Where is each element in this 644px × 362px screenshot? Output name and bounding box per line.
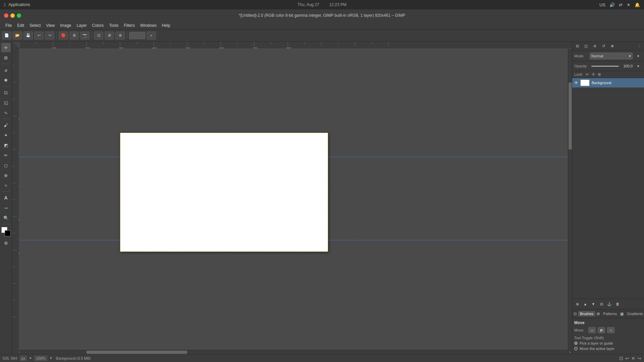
bucket-fill-button[interactable]: ◩	[1, 140, 11, 150]
toolbar-redo[interactable]: ↪	[45, 32, 54, 40]
radio-pick-layer-dot[interactable]	[574, 342, 578, 345]
toolbar-btn5[interactable]: ⊡	[94, 32, 103, 40]
radio-pick-layer[interactable]: Pick a layer or guide	[574, 341, 642, 345]
toolbar-btn6[interactable]: ⊞	[105, 32, 114, 40]
toolbar-red-eye[interactable]: 🔴	[59, 32, 68, 40]
warp-button[interactable]: ∿	[1, 108, 11, 117]
toolbar-btn7[interactable]: ⊗	[115, 32, 125, 40]
opacity-expand-icon[interactable]: ▾	[635, 62, 642, 70]
lock-all-icon[interactable]: ⊗	[598, 72, 601, 77]
mode-dropdown[interactable]: Normal ▾	[590, 53, 633, 59]
cancel-status-icon[interactable]: ✕	[631, 356, 635, 361]
scrollbar-h-thumb[interactable]	[87, 351, 187, 354]
minimize-button[interactable]	[10, 13, 15, 18]
zoom-level[interactable]: 100%	[34, 356, 47, 361]
menu-windows[interactable]: Windows	[138, 22, 159, 28]
color-picker-button[interactable]: ⚙	[1, 238, 11, 248]
zoom-button[interactable]: 🔍	[1, 213, 11, 223]
toolbar-new[interactable]: 📄	[2, 32, 11, 40]
menu-colors[interactable]: Colors	[90, 22, 107, 28]
anchor-layer-button[interactable]: ⚓	[606, 300, 613, 308]
brushes-tab[interactable]: Brushes	[578, 311, 595, 316]
lower-layer-button[interactable]: ▼	[590, 300, 597, 308]
measure-button[interactable]: ⊸	[1, 203, 11, 213]
scrollbar-vertical[interactable]	[568, 49, 572, 350]
fit-image-icon[interactable]: ⊡	[619, 356, 623, 361]
alignment-tool-button[interactable]: ⊞	[1, 53, 11, 62]
pencil-button[interactable]: ✏	[1, 150, 11, 160]
app-name[interactable]: Applications	[8, 2, 30, 7]
paths-tab-icon[interactable]: ⊘	[591, 43, 598, 50]
volume-icon[interactable]: 🔊	[609, 2, 615, 7]
lock-position-icon[interactable]: ✛	[592, 72, 595, 77]
toolbar-open[interactable]: 📂	[13, 32, 22, 40]
radio-move-active-dot[interactable]	[574, 347, 578, 350]
new-layer-button[interactable]: ⊕	[574, 300, 581, 308]
crop-tool-button[interactable]: ⊡	[1, 88, 11, 97]
menu-filters[interactable]: Filters	[121, 22, 138, 28]
text-button[interactable]: A	[1, 193, 11, 202]
menu-image[interactable]: Image	[57, 22, 74, 28]
menu-view[interactable]: View	[43, 22, 57, 28]
notification-icon[interactable]: 🔔	[635, 2, 640, 7]
toolbar-search[interactable]	[129, 32, 145, 39]
menu-select[interactable]: Select	[27, 22, 43, 28]
layer-visibility-icon[interactable]: 👁	[574, 80, 578, 85]
gradients-tab[interactable]: Gradients	[625, 311, 644, 316]
heal-button[interactable]: ✦	[1, 130, 11, 140]
brushes-tab-icon[interactable]: ⊡	[574, 310, 577, 317]
menu-tools[interactable]: Tools	[106, 22, 121, 28]
menu-edit[interactable]: Edit	[14, 22, 27, 28]
close-button[interactable]	[4, 13, 8, 18]
toolbar-camera[interactable]: 📷	[80, 32, 90, 40]
delete-layer-button[interactable]: 🗑	[614, 300, 621, 308]
network-icon[interactable]: ⇄	[619, 2, 623, 7]
gradients-tab-icon[interactable]: ▦	[620, 310, 624, 317]
opacity-slider[interactable]	[591, 66, 619, 67]
patterns-tab[interactable]: Patterns	[601, 311, 619, 316]
radio-move-active[interactable]: Move the active layer	[574, 347, 642, 351]
mode-label: Mode	[574, 54, 588, 58]
undo-history-icon[interactable]: ↺	[600, 43, 607, 50]
eraser-button[interactable]: ◻	[1, 161, 11, 170]
smudge-button[interactable]: ≈	[1, 181, 11, 190]
transform-button[interactable]: ◱	[1, 98, 11, 107]
raise-layer-button[interactable]: ▲	[582, 300, 589, 308]
canvas-document[interactable]	[120, 133, 328, 252]
toolbar-close-search[interactable]: ×	[147, 32, 156, 40]
toolbar-align[interactable]: ⊞	[69, 32, 79, 40]
color-swatches[interactable]	[1, 227, 11, 236]
unit-selector[interactable]: px	[20, 356, 27, 361]
maximize-button[interactable]	[17, 13, 21, 18]
patterns-tab-icon[interactable]: ⊞	[597, 310, 600, 317]
duplicate-layer-button[interactable]: ⊟	[598, 300, 605, 308]
lock-pixels-icon[interactable]: ✏	[586, 72, 589, 77]
brightness-icon[interactable]: ☀	[627, 2, 631, 7]
clone-button[interactable]: ⊕	[1, 171, 11, 180]
canvas-area[interactable]: 100 200 300 400 500 600 700 800	[12, 42, 572, 354]
move-tool-button[interactable]: ✛	[1, 43, 11, 52]
paintbrush-button[interactable]: 🖌	[1, 120, 11, 130]
mode-expand-icon[interactable]: ▾	[635, 52, 642, 60]
fuzzy-select-button[interactable]: ✱	[1, 75, 11, 85]
move-layer-btn[interactable]: ▭	[588, 327, 596, 333]
toolbar-undo[interactable]: ↩	[34, 32, 44, 40]
free-select-button[interactable]: ⌀	[1, 65, 11, 75]
menu-help[interactable]: Help	[159, 22, 173, 28]
script-fu-icon[interactable]: ⊕	[608, 43, 616, 50]
channels-tab-icon[interactable]: ◫	[582, 43, 590, 50]
scrollbar-v-thumb[interactable]	[569, 82, 572, 149]
undo-status-icon[interactable]: ↩	[625, 356, 629, 361]
menu-layer[interactable]: Layer	[74, 22, 90, 28]
scrollbar-horizontal[interactable]	[19, 350, 572, 354]
toolbar-save[interactable]: 💾	[23, 32, 33, 40]
move-path-btn[interactable]: ∿	[607, 327, 614, 333]
layers-tab-icon[interactable]: ⊟	[574, 43, 581, 50]
redo-status-icon[interactable]: ↪	[637, 356, 641, 361]
canvas-viewport[interactable]	[19, 49, 572, 354]
menu-file[interactable]: File	[3, 22, 14, 28]
move-selection-btn[interactable]: ◩	[598, 327, 605, 333]
panel-config-icon[interactable]: ⋮	[635, 43, 643, 50]
layer-row-background[interactable]: 👁 Background	[572, 78, 644, 87]
foreground-color-swatch[interactable]	[5, 230, 11, 236]
